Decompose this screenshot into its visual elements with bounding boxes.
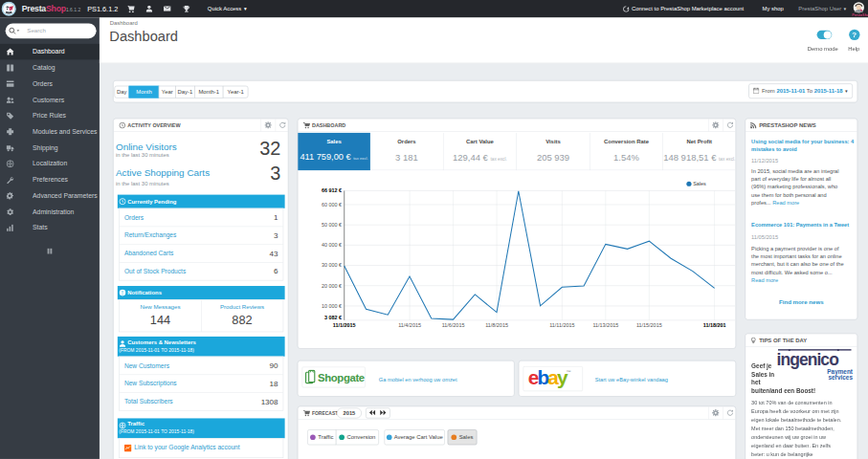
svg-text:20 000 €: 20 000 € bbox=[322, 283, 342, 289]
svg-text:11/18/201: 11/18/201 bbox=[703, 322, 726, 328]
svg-text:11/13/2015: 11/13/2015 bbox=[592, 322, 618, 328]
svg-text:11/4/2015: 11/4/2015 bbox=[398, 322, 421, 328]
svg-text:50 000 €: 50 000 € bbox=[322, 222, 342, 228]
svg-text:3 082 €: 3 082 € bbox=[324, 315, 342, 320]
svg-text:11/1/2015: 11/1/2015 bbox=[333, 322, 356, 328]
svg-text:10 000 €: 10 000 € bbox=[322, 303, 342, 309]
svg-text:11/15/2015: 11/15/2015 bbox=[636, 322, 662, 328]
svg-text:30 000 €: 30 000 € bbox=[322, 262, 342, 268]
svg-text:60 000 €: 60 000 € bbox=[322, 202, 342, 208]
svg-text:40 000 €: 40 000 € bbox=[322, 242, 342, 248]
svg-text:Sales: Sales bbox=[693, 181, 706, 186]
svg-text:11/11/2015: 11/11/2015 bbox=[549, 322, 574, 328]
svg-text:11/6/2015: 11/6/2015 bbox=[442, 322, 465, 328]
svg-text:66 912 €: 66 912 € bbox=[322, 187, 342, 193]
svg-text:11/8/2015: 11/8/2015 bbox=[485, 322, 508, 328]
